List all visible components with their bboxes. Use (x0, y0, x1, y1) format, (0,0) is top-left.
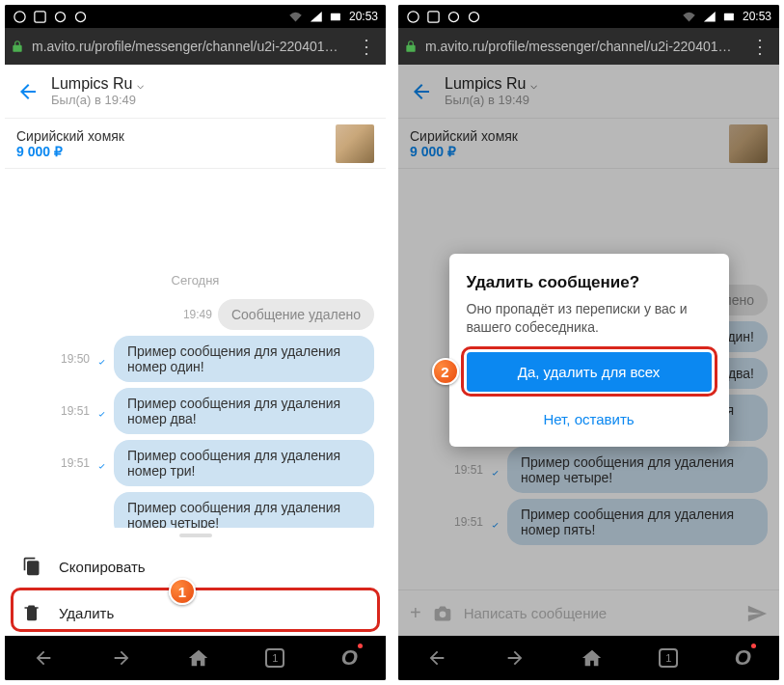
shazam-icon (426, 10, 441, 24)
cancel-delete-button[interactable]: Нет, оставить (467, 399, 712, 439)
check-icon (95, 354, 108, 364)
trash-icon (22, 603, 41, 622)
listing-bar[interactable]: Сирийский хомяк 9 000 ₽ (5, 119, 386, 169)
svg-point-8 (470, 12, 479, 21)
bottom-sheet: Скопировать Удалить (5, 528, 386, 636)
listing-price: 9 000 ₽ (16, 144, 124, 159)
message-bubble[interactable]: Пример сообщения для удаления номер два! (114, 388, 374, 434)
svg-point-7 (449, 12, 459, 21)
nav-home-button[interactable] (581, 647, 603, 669)
svg-rect-6 (428, 11, 439, 21)
wifi-icon (682, 10, 696, 24)
nav-back-button[interactable] (426, 647, 447, 669)
nav-back-button[interactable] (33, 647, 54, 669)
battery-icon (722, 10, 737, 24)
wifi-icon (288, 10, 303, 24)
message-bubble[interactable]: Пример сообщения для удаления номер один… (114, 336, 374, 382)
listing-thumbnail (336, 124, 374, 163)
copy-action[interactable]: Скопировать (5, 543, 386, 589)
chat-header: Lumpics Ru ⌵ Был(а) в 19:49 (5, 65, 386, 119)
sheet-handle[interactable] (179, 534, 212, 537)
nav-forward-button[interactable] (504, 647, 526, 669)
signal-icon (702, 10, 716, 24)
nav-tabs-button[interactable]: 1 (265, 648, 284, 668)
signal-icon (309, 10, 323, 24)
clock: 20:53 (743, 10, 771, 23)
contact-name: Lumpics Ru (51, 75, 132, 92)
message-bubble[interactable]: Пример сообщения для удаления номер три! (114, 440, 374, 486)
deleted-message: Сообщение удалено (218, 299, 374, 330)
battery-icon (329, 10, 343, 24)
icon (53, 10, 68, 24)
svg-point-0 (14, 11, 25, 21)
last-seen: Был(а) в 19:49 (51, 93, 144, 107)
lock-icon (404, 40, 418, 53)
url-text: m.avito.ru/profile/messenger/channel/u2i… (32, 39, 345, 54)
svg-rect-9 (724, 13, 734, 20)
status-bar: 20:53 (398, 5, 779, 28)
opera-icon (13, 10, 27, 24)
svg-rect-1 (35, 11, 45, 21)
clock: 20:53 (349, 10, 378, 23)
copy-icon (22, 557, 41, 576)
icon (467, 10, 481, 24)
nav-tabs-button[interactable]: 1 (659, 648, 678, 668)
step-badge-2: 2 (432, 358, 459, 385)
opera-menu-button[interactable]: O (341, 645, 358, 671)
svg-rect-4 (331, 13, 340, 20)
menu-dots-icon[interactable]: ⋮ (746, 35, 773, 58)
delete-confirm-dialog: Удалить сообщение? Оно пропадёт из переп… (449, 254, 729, 447)
icon (73, 10, 88, 24)
dialog-title: Удалить сообщение? (467, 273, 712, 292)
opera-icon (406, 10, 420, 24)
url-bar[interactable]: m.avito.ru/profile/messenger/channel/u2i… (398, 28, 779, 65)
listing-title: Сирийский хомяк (16, 128, 124, 144)
svg-point-2 (56, 12, 66, 21)
dialog-body: Оно пропадёт из переписки у вас и вашего… (467, 300, 712, 337)
url-bar[interactable]: m.avito.ru/profile/messenger/channel/u2i… (5, 28, 386, 65)
day-separator: Сегодня (16, 273, 374, 288)
browser-nav: 1 O (5, 636, 386, 680)
confirm-delete-button[interactable]: Да, удалить для всех (467, 352, 712, 392)
svg-point-5 (408, 11, 419, 21)
shazam-icon (33, 10, 47, 24)
delete-action[interactable]: Удалить (5, 589, 386, 636)
chevron-down-icon[interactable]: ⌵ (137, 78, 144, 92)
nav-forward-button[interactable] (111, 647, 132, 669)
back-button[interactable] (16, 80, 40, 103)
lock-icon (11, 40, 24, 53)
status-bar: 20:53 (5, 5, 386, 28)
check-icon (95, 406, 108, 416)
nav-home-button[interactable] (188, 647, 209, 669)
opera-menu-button[interactable]: O (735, 645, 751, 671)
url-text: m.avito.ru/profile/messenger/channel/u2i… (425, 39, 739, 54)
check-icon (95, 458, 108, 468)
icon (446, 10, 461, 24)
menu-dots-icon[interactable]: ⋮ (353, 35, 380, 58)
svg-point-3 (76, 12, 86, 21)
browser-nav: 1 O (398, 636, 779, 680)
step-badge-1: 1 (169, 578, 196, 605)
